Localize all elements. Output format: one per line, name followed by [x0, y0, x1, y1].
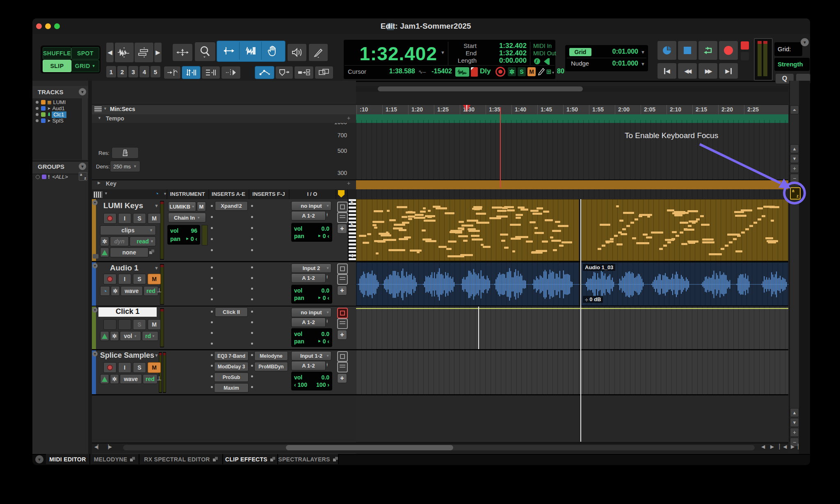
output-assign-icon[interactable]: ⍿ [326, 212, 328, 218]
keyboard-focus-az-button[interactable]: az [790, 187, 801, 200]
mode-grid-button[interactable]: GRID▼ [71, 60, 99, 72]
ruler-view-dropdown-icon[interactable]: ▼ [103, 107, 107, 111]
track-view-selector[interactable]: wave [120, 374, 142, 384]
nav-next-button[interactable]: ▶ [770, 444, 774, 450]
tracks-list-scrollbar[interactable] [81, 98, 88, 160]
zoom-in-vertical-button[interactable]: + [790, 164, 799, 173]
audio1-lane[interactable]: Audio 1_03 ⊹ 0 dB [356, 262, 788, 306]
object-select-button-active[interactable] [337, 308, 348, 318]
selector-tool-button[interactable] [240, 42, 262, 60]
pencil-tool-button[interactable] [308, 43, 328, 61]
click1-lane[interactable] [356, 306, 788, 349]
insert-slot-clickii[interactable]: Click II [215, 307, 248, 317]
mode-spot-button[interactable]: SPOT [71, 47, 99, 59]
clip-name-label[interactable]: Audio 1_03 [583, 264, 615, 271]
key-ruler-bar[interactable] [356, 179, 788, 190]
add-lane-button[interactable]: + [337, 373, 347, 383]
scroll-up-button-lower[interactable]: ▲ [790, 408, 799, 417]
track-color-strip[interactable] [92, 199, 96, 261]
record-mode-icon[interactable] [495, 67, 505, 77]
automation-follows-edit-button[interactable] [255, 66, 274, 79]
audio-clip-1[interactable] [356, 262, 579, 306]
zoom-out-arrow-button[interactable]: ◀ [106, 42, 114, 63]
playlist-windows-icon[interactable] [149, 248, 154, 256]
record-enable-button[interactable] [103, 362, 116, 373]
track-view-selector[interactable]: clips▼ [100, 225, 156, 235]
zoom-toggle-tool-button[interactable] [172, 43, 193, 61]
insert-slot-promb[interactable]: ProMBDyn [254, 362, 288, 371]
capture-keyboard-shield-button[interactable] [275, 66, 293, 79]
audio-clip-2[interactable]: Audio 1_03 ⊹ 0 dB [581, 262, 788, 306]
solo-button[interactable]: S [133, 274, 146, 284]
scrollbar-thumb[interactable] [378, 86, 583, 91]
zoom-out-vertical-button[interactable]: − [790, 174, 799, 183]
zoom-preset-4-button[interactable]: 4 [139, 66, 150, 78]
track-color-strip[interactable] [92, 350, 96, 394]
track-list-item-clc1[interactable]: ⬇ Clc1 [32, 111, 82, 118]
insertion-follows-playback-button[interactable] [221, 66, 241, 79]
timebase-ruler[interactable]: :101:151:201:251:301:351:401:451:501:552… [356, 104, 788, 115]
tab-midi-editor[interactable]: MIDI EDITOR [46, 454, 90, 464]
mode-shuffle-button[interactable]: SHUFFLE [43, 47, 71, 59]
io-vol-pan-display[interactable]: vol0.0 ‹ 100100 › [291, 372, 332, 390]
tempo-add-icon[interactable]: + [347, 115, 350, 121]
track-name[interactable]: Splice Samples [100, 351, 154, 360]
track-collapse-button[interactable]: ▼ [92, 351, 98, 356]
freeze-button[interactable] [100, 374, 109, 384]
io-output-selector[interactable]: A 1-2 [291, 211, 326, 220]
elastic-audio-global-icon[interactable]: ✲ [508, 67, 516, 76]
track-name[interactable]: Audio 1 [110, 263, 139, 272]
ruler-view-icon[interactable] [94, 107, 102, 112]
voice-icon[interactable]: ⊥ [157, 287, 162, 293]
key-expand-icon[interactable]: ▶ [98, 181, 100, 185]
timeline-empty-area[interactable] [356, 395, 788, 442]
midi-clip-2[interactable] [581, 199, 788, 261]
track-list-item-aud1[interactable]: ➤ Aud1 [32, 105, 82, 111]
insert-slot-moddelay[interactable]: ModDelay 3 [214, 362, 249, 371]
track-collapse-button[interactable]: ▼ [92, 200, 98, 205]
link-timeline-edit-button[interactable] [182, 66, 201, 79]
comments-button[interactable] [337, 362, 348, 372]
sidebar-divider[interactable] [88, 81, 92, 454]
input-monitor-button[interactable]: I [118, 213, 131, 224]
link-track-edit-button[interactable] [201, 66, 220, 79]
tempo-ruler-label[interactable]: Tempo [106, 115, 124, 122]
stop-button[interactable] [678, 41, 697, 60]
ruler-eject-button[interactable]: ⏶ [790, 105, 799, 114]
insert-slot-eq3[interactable]: EQ3 7-Band [214, 351, 249, 361]
timebase-ruler-label[interactable]: Min:Secs [110, 106, 135, 112]
sel-end-value[interactable]: 1:32.402 [480, 49, 527, 57]
insert-slot-maxim[interactable]: Maxim [214, 383, 249, 393]
output-assign-icon[interactable]: ⍿ [326, 318, 328, 324]
global-solo-indicator[interactable]: S [518, 67, 526, 76]
track-collapse-button[interactable]: ▼ [92, 263, 98, 268]
mute-button[interactable]: M [148, 274, 161, 284]
tab-clip-effects[interactable]: CLIP EFFECTS [223, 454, 278, 464]
track-view-selector[interactable]: vol▼ [120, 331, 141, 341]
input-monitor-button[interactable]: I [118, 362, 131, 373]
grid-value-button[interactable]: Grid [569, 48, 591, 56]
object-select-button[interactable] [337, 263, 348, 274]
scroll-left-edge-button[interactable]: ◀▏ [94, 444, 101, 450]
track-color-strip[interactable] [92, 306, 96, 349]
io-input-selector[interactable]: no input▼ [291, 308, 331, 317]
zoom-preset-1-button[interactable]: 1 [106, 66, 116, 78]
solo-button[interactable]: S [133, 362, 146, 373]
track-color-chip[interactable] [41, 106, 46, 111]
automation-mode-selector[interactable]: rd▼ [142, 331, 158, 341]
group-color-chip[interactable] [42, 175, 46, 179]
key-ruler-label[interactable]: Key [106, 180, 116, 187]
track-color-chip[interactable] [41, 100, 46, 104]
nudge-label[interactable]: Nudge [571, 60, 589, 67]
object-select-button[interactable] [337, 351, 348, 362]
track-name-dropdown-icon[interactable]: ▼ [154, 203, 159, 208]
elastic-audio-button[interactable]: ✲ [110, 374, 119, 384]
instrument-plugin-selector[interactable]: LUMIKB▼ [168, 202, 196, 211]
comments-button[interactable] [337, 212, 348, 223]
horizontal-scrollbar-thumb[interactable] [286, 445, 453, 450]
metronome-icon[interactable] [534, 58, 540, 64]
solo-button[interactable]: S [133, 213, 146, 224]
track-color-strip[interactable] [92, 262, 96, 306]
io-input-selector[interactable]: no input▼ [291, 201, 331, 211]
io-output-selector[interactable]: A 1-2 [291, 273, 326, 283]
